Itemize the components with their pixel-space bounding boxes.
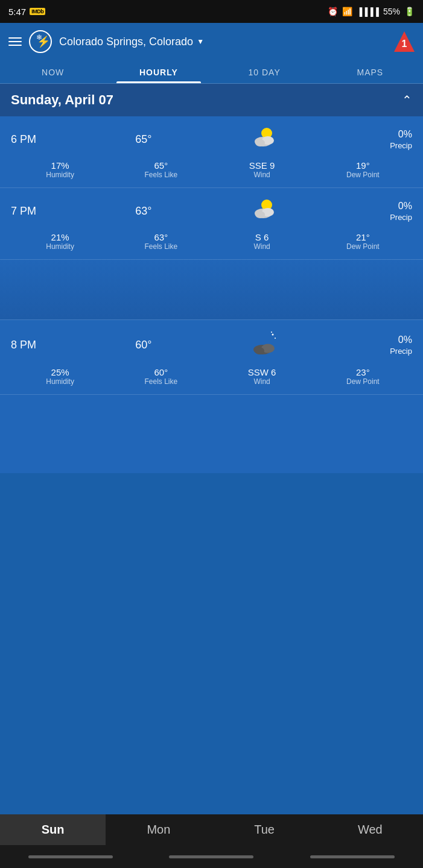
precip-7pm: 0% Precip — [358, 201, 412, 222]
wind-7pm: S 6 Wind — [213, 232, 311, 251]
feels-like-7pm: 63° Feels Like — [112, 232, 210, 251]
bottom-nav — [0, 845, 423, 868]
svg-point-6 — [255, 139, 265, 146]
tab-now[interactable]: NOW — [0, 60, 106, 83]
day-tab-sun[interactable]: Sun — [0, 814, 106, 845]
wind-8pm: SSW 6 Wind — [213, 367, 311, 386]
svg-point-10 — [255, 211, 265, 218]
location-container[interactable]: Colorado Springs, Colorado ▼ — [59, 36, 387, 48]
hour-time-8pm: 8 PM — [11, 339, 59, 351]
app-logo: ⚡ ❄ — [29, 30, 52, 53]
day-tab-tue[interactable]: Tue — [212, 814, 317, 845]
battery-icon: 🔋 — [404, 7, 415, 16]
humidity-8pm: 25% Humidity — [11, 367, 109, 386]
alert-count: 1 — [402, 39, 407, 49]
collapse-icon[interactable]: ⌃ — [402, 93, 412, 107]
day-tab-mon[interactable]: Mon — [106, 814, 211, 845]
tab-10day[interactable]: 10 DAY — [212, 60, 317, 83]
menu-button[interactable] — [8, 37, 22, 46]
precip-8pm: 0% Precip — [358, 335, 412, 356]
dew-point-6pm: 19° Dew Point — [314, 160, 412, 179]
nav-pill-3 — [310, 855, 395, 858]
nav-pill-1 — [28, 855, 113, 858]
hourly-row-8pm[interactable]: 8 PM 60° 0% Precip 25% Humidit — [0, 320, 423, 395]
feels-like-6pm: 65° Feels Like — [112, 160, 210, 179]
app-header: ⚡ ❄ Colorado Springs, Colorado ▼ 1 — [0, 23, 423, 60]
day-header[interactable]: Sunday, April 07 ⌃ — [0, 84, 423, 116]
location-text: Colorado Springs, Colorado — [59, 36, 193, 48]
alarm-icon: ⏰ — [328, 7, 338, 16]
sunset-spacer — [0, 260, 423, 320]
svg-point-13 — [271, 332, 272, 333]
day-tabs: Sun Mon Tue Wed — [0, 814, 423, 845]
wifi-icon: 📶 — [342, 7, 352, 16]
hour-temp-7pm: 63° — [135, 205, 171, 218]
nav-pill-2 — [169, 855, 253, 858]
hour-time-6pm: 6 PM — [11, 133, 59, 146]
svg-point-11 — [272, 334, 273, 336]
humidity-6pm: 17% Humidity — [11, 160, 109, 179]
dropdown-arrow-icon: ▼ — [197, 37, 204, 46]
weather-icon-8pm — [248, 329, 282, 361]
day-tab-wed[interactable]: Wed — [317, 814, 423, 845]
svg-text:❄: ❄ — [36, 33, 42, 42]
tab-hourly[interactable]: HOURLY — [106, 60, 211, 83]
tab-bar: NOW HOURLY 10 DAY MAPS — [0, 60, 423, 84]
alert-badge[interactable]: 1 — [394, 31, 415, 52]
humidity-7pm: 21% Humidity — [11, 232, 109, 251]
dew-point-7pm: 21° Dew Point — [314, 232, 412, 251]
status-left: 5:47 IMDb — [8, 7, 45, 17]
wind-6pm: SSE 9 Wind — [213, 160, 311, 179]
status-time: 5:47 — [8, 7, 26, 17]
signal-icon: ▐▐▐▐ — [357, 7, 379, 16]
weather-icon-7pm — [248, 197, 282, 226]
feels-like-8pm: 60° Feels Like — [112, 367, 210, 386]
svg-point-16 — [255, 347, 264, 354]
status-right: ⏰ 📶 ▐▐▐▐ 55% 🔋 — [328, 7, 415, 16]
hour-time-7pm: 7 PM — [11, 205, 59, 218]
tab-maps[interactable]: MAPS — [317, 60, 423, 83]
hour-temp-8pm: 60° — [135, 339, 171, 351]
day-title: Sunday, April 07 — [11, 92, 113, 108]
hour-temp-6pm: 65° — [135, 133, 171, 146]
battery-status: 55% — [383, 7, 400, 16]
imdb-icon: IMDb — [30, 8, 45, 15]
status-bar: 5:47 IMDb ⏰ 📶 ▐▐▐▐ 55% 🔋 — [0, 0, 423, 23]
svg-point-12 — [275, 338, 276, 339]
hourly-row-6pm[interactable]: 6 PM 65° 0% Precip 17% Humidity 65° Feel… — [0, 116, 423, 188]
weather-icon-6pm — [248, 125, 282, 154]
precip-6pm: 0% Precip — [358, 129, 412, 150]
hourly-row-7pm[interactable]: 7 PM 63° 0% Precip 21% Humidity 63° Feel… — [0, 188, 423, 260]
dew-point-8pm: 23° Dew Point — [314, 367, 412, 386]
